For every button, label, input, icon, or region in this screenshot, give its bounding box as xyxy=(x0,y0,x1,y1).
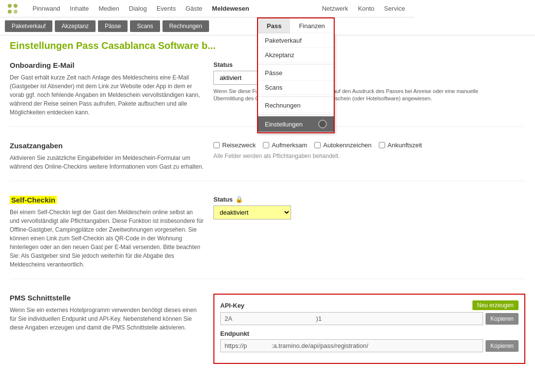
checkbox-ankunftszeit[interactable]: Ankunftszeit xyxy=(379,141,422,149)
nav-medien[interactable]: Medien xyxy=(94,1,124,16)
main-nav: Pinnwand Inhalte Medien Dialog Events Gä… xyxy=(28,1,410,16)
menu-akzeptanz[interactable]: Akzeptanz xyxy=(258,48,334,63)
svg-point-3 xyxy=(14,10,17,14)
selfcheckin-left: Self-Checkin Bei einem Self-Checkin legt… xyxy=(10,196,213,269)
section-zusatzangaben: Zusatzangaben Aktivieren Sie zusätzliche… xyxy=(10,141,525,181)
lock-icon: 🔒 xyxy=(235,196,243,203)
separator-2 xyxy=(258,96,334,97)
pms-apikey-header: API-Key Neu erzeugen xyxy=(220,300,519,310)
checkbox-aufmerksam-input[interactable] xyxy=(263,142,269,148)
tab-pass[interactable]: Pass xyxy=(258,18,290,33)
pms-right: API-Key Neu erzeugen Kopieren Endpunkt K… xyxy=(213,294,525,364)
nav-dialog[interactable]: Dialog xyxy=(124,1,152,16)
nav-service[interactable]: Service xyxy=(379,1,410,16)
checkbox-autokennzeichen-input[interactable] xyxy=(314,142,321,148)
pflicht-hint: Alle Felder werden als Pflichtangaben be… xyxy=(213,153,525,159)
pms-title: PMS Schnittstelle xyxy=(10,294,204,302)
checkbox-aufmerksam-label: Aufmerksam xyxy=(272,141,307,149)
onboarding-hint: Wenn Sie diese Funktion deaktivieren ist… xyxy=(213,88,480,103)
pass-dropdown-container: Pass Finanzen Paketverkauf Akzeptanz Päs… xyxy=(257,17,335,133)
pms-endpoint-row: Endpunkt Kopieren xyxy=(220,330,519,352)
zusatzangaben-desc: Aktivieren Sie zusätzliche Eingabefelder… xyxy=(10,154,204,171)
neu-erzeugen-button[interactable]: Neu erzeugen xyxy=(472,300,519,310)
nav-events[interactable]: Events xyxy=(152,1,181,16)
kopieren-apikey-button[interactable]: Kopieren xyxy=(486,313,519,325)
menu-einstellungen[interactable]: Einstellungen xyxy=(258,116,334,132)
separator-3 xyxy=(258,114,334,115)
checkbox-aufmerksam[interactable]: Aufmerksam xyxy=(263,141,307,149)
pms-endpoint-header: Endpunkt xyxy=(220,330,519,337)
section-pms: PMS Schnittstelle Wenn Sie ein externes … xyxy=(10,294,525,374)
menu-paketverkauf[interactable]: Paketverkauf xyxy=(258,33,334,48)
onboarding-desc: Der Gast erhält kurze Zeit nach Anlage d… xyxy=(10,73,204,117)
logo xyxy=(5,1,20,16)
selfcheckin-status-select[interactable]: deaktiviert aktiviert xyxy=(213,205,291,220)
checkbox-row: Reisezweck Aufmerksam Autokennzeichen An… xyxy=(213,141,525,149)
pms-box: API-Key Neu erzeugen Kopieren Endpunkt K… xyxy=(213,294,525,364)
menu-rechnungen[interactable]: Rechnungen xyxy=(258,98,334,113)
einstellungen-label: Einstellungen xyxy=(265,121,303,128)
btn-akzeptanz[interactable]: Akzeptanz xyxy=(55,20,96,32)
checkbox-ankunftszeit-label: Ankunftszeit xyxy=(388,141,422,149)
status-text: Status xyxy=(213,61,233,68)
menu-paesse[interactable]: Pässe xyxy=(258,66,334,80)
tab-finanzen[interactable]: Finanzen xyxy=(290,18,333,33)
pms-apikey-label: API-Key xyxy=(220,302,244,309)
separator-1 xyxy=(258,64,334,64)
page-title-highlight: Casablanca Software b... xyxy=(101,40,216,51)
onboarding-title: Onboarding E-Mail xyxy=(10,61,204,69)
pms-endpoint-input[interactable] xyxy=(220,339,483,352)
btn-paesse[interactable]: Pässe xyxy=(98,20,128,32)
top-nav: Pinnwand Inhalte Medien Dialog Events Gä… xyxy=(0,0,415,17)
checkbox-ankunftszeit-input[interactable] xyxy=(379,142,385,148)
selfcheckin-right: Status 🔒 deaktiviert aktiviert xyxy=(213,196,525,269)
pms-endpoint-input-row: Kopieren xyxy=(220,339,519,352)
svg-point-2 xyxy=(8,10,12,14)
menu-scans[interactable]: Scans xyxy=(258,80,334,95)
onboarding-left: Onboarding E-Mail Der Gast erhält kurze … xyxy=(10,61,213,117)
svg-point-1 xyxy=(14,4,17,8)
zusatzangaben-right: Reisezweck Aufmerksam Autokennzeichen An… xyxy=(213,141,525,171)
kopieren-endpoint-button[interactable]: Kopieren xyxy=(486,340,519,352)
pms-apikey-row: API-Key Neu erzeugen Kopieren xyxy=(220,300,519,325)
nav-netzwerk[interactable]: Netzwerk xyxy=(317,1,353,16)
nav-konto[interactable]: Konto xyxy=(353,1,379,16)
nav-gaeste[interactable]: Gäste xyxy=(180,1,207,16)
btn-rechnungen[interactable]: Rechnungen xyxy=(162,20,209,32)
pass-dropdown-menu: Paketverkauf Akzeptanz Pässe Scans Rechn… xyxy=(257,33,335,133)
selfcheckin-title: Self-Checkin xyxy=(10,196,204,204)
pms-endpoint-label: Endpunkt xyxy=(220,330,249,337)
btn-paketverkauf[interactable]: Paketverkauf xyxy=(5,20,52,32)
page-title-prefix: Einstellungen Pass xyxy=(10,40,98,51)
checkbox-reisezweck-label: Reisezweck xyxy=(222,141,256,149)
checkbox-reisezweck[interactable]: Reisezweck xyxy=(213,141,256,149)
section-selfcheckin: Self-Checkin Bei einem Self-Checkin legt… xyxy=(10,196,525,279)
cursor-indicator xyxy=(318,120,327,128)
zusatzangaben-title: Zusatzangaben xyxy=(10,141,204,150)
checkbox-reisezweck-input[interactable] xyxy=(213,142,220,148)
pms-apikey-input[interactable] xyxy=(220,312,483,325)
pms-desc: Wenn Sie ein externes Hotelprogramm verw… xyxy=(10,306,204,332)
selfcheckin-status-label: Status 🔒 xyxy=(213,196,525,203)
selfcheckin-status-text: Status xyxy=(213,196,233,203)
nav-inhalte[interactable]: Inhalte xyxy=(65,1,94,16)
pms-apikey-input-row: Kopieren xyxy=(220,312,519,325)
nav-meldewesen[interactable]: Meldewesen xyxy=(207,1,254,16)
zusatzangaben-left: Zusatzangaben Aktivieren Sie zusätzliche… xyxy=(10,141,213,171)
nav-pinnwand[interactable]: Pinnwand xyxy=(28,1,65,16)
checkbox-autokennzeichen[interactable]: Autokennzeichen xyxy=(314,141,372,149)
btn-scans[interactable]: Scans xyxy=(130,20,160,32)
svg-point-0 xyxy=(8,4,12,8)
selfcheckin-title-text: Self-Checkin xyxy=(10,196,57,204)
pms-left: PMS Schnittstelle Wenn Sie ein externes … xyxy=(10,294,213,364)
selfcheckin-desc: Bei einem Self-Checkin legt der Gast den… xyxy=(10,208,204,269)
checkbox-autokennzeichen-label: Autokennzeichen xyxy=(323,141,372,149)
